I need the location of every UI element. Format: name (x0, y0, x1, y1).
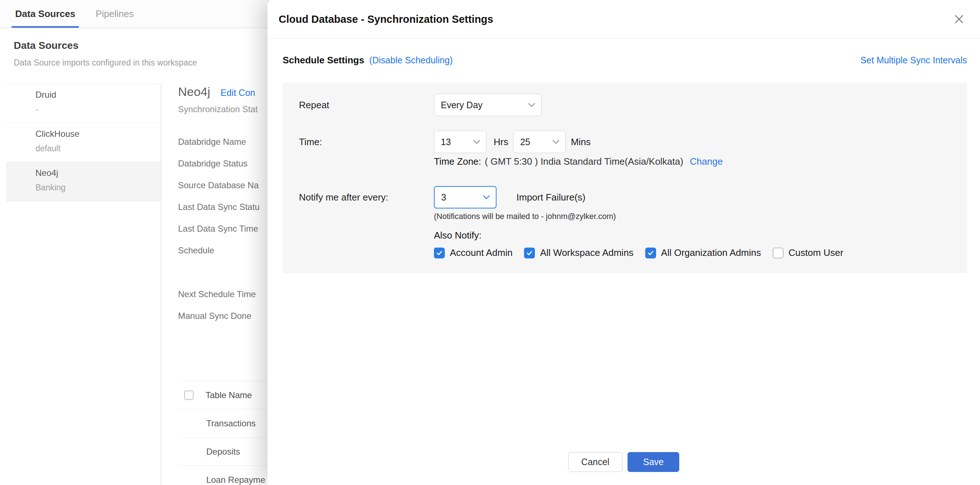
field-label: Source Database Na (178, 175, 259, 196)
checkbox-label: Account Admin (450, 247, 512, 258)
timezone-value: ( GMT 5:30 ) India Standard Time(Asia/Ko… (485, 156, 684, 167)
source-list: Druid - ClickHouse default Neo4j Banking (6, 84, 161, 201)
select-all-checkbox[interactable] (184, 391, 194, 400)
schedule-settings-header: Schedule Settings (Disable Scheduling) S… (283, 55, 967, 66)
notify-row: Notify me after every: 3 Import Failure(… (299, 186, 967, 209)
source-item-clickhouse[interactable]: ClickHouse default (6, 123, 161, 162)
chevron-down-icon (528, 103, 535, 107)
checkbox-label: All Organization Admins (661, 247, 761, 258)
modal-body: Schedule Settings (Disable Scheduling) S… (267, 55, 980, 273)
schedule-form-panel: Repeat Every Day Time: 13 Hrs 25 (283, 83, 967, 273)
modal-actions: Cancel Save (267, 452, 980, 472)
checkbox-icon (524, 248, 535, 258)
field-label: Manual Sync Done (178, 305, 256, 327)
table-name-header: Table Name (205, 390, 252, 400)
detail-field-labels: Databridge Name Databridge Status Source… (178, 131, 259, 261)
close-icon[interactable] (949, 9, 969, 29)
page-title: Data Sources (14, 39, 197, 52)
checkbox-icon (434, 248, 445, 258)
checkbox-icon (645, 248, 656, 258)
timezone-change-link[interactable]: Change (690, 156, 723, 167)
checkbox-label: Custom User (789, 247, 843, 258)
notify-label: Notify me after every: (299, 192, 434, 203)
notification-note: (Notifications will be mailed to - johnm… (434, 211, 967, 221)
checkbox-custom-user[interactable]: Custom User (773, 247, 843, 258)
hours-select[interactable]: 13 (434, 130, 486, 153)
field-label: Databridge Status (178, 153, 259, 175)
checkbox-all-workspace-admins[interactable]: All Workspace Admins (524, 247, 633, 258)
mins-unit-label: Mins (571, 137, 590, 148)
source-name: Druid (35, 88, 161, 101)
screen: Data Sources Pipelines Data Sources Data… (0, 0, 980, 485)
minutes-select[interactable]: 25 (513, 130, 566, 153)
time-label: Time: (299, 137, 434, 148)
import-failures-label: Import Failure(s) (516, 192, 585, 203)
tab-data-sources[interactable]: Data Sources (14, 0, 77, 28)
minutes-value: 25 (520, 137, 548, 147)
repeat-value: Every Day (441, 100, 523, 110)
source-sub: default (35, 142, 161, 155)
chevron-down-icon (483, 195, 490, 199)
edit-connection-link[interactable]: Edit Con (220, 87, 255, 98)
detail-title: Neo4j (178, 85, 210, 99)
tab-pipelines[interactable]: Pipelines (94, 0, 135, 28)
also-notify-label: Also Notify: (434, 229, 967, 242)
time-row: Time: 13 Hrs 25 Mins (299, 130, 967, 153)
source-name: Neo4j (35, 167, 161, 180)
field-label: Next Schedule Time (178, 283, 256, 305)
timezone-label: Time Zone: (434, 156, 481, 167)
field-label: Last Data Sync Statu (178, 196, 259, 218)
modal-title: Cloud Database - Synchronization Setting… (278, 13, 949, 25)
disable-scheduling-link[interactable]: (Disable Scheduling) (369, 55, 453, 65)
notify-count-value: 3 (441, 192, 479, 203)
repeat-label: Repeat (299, 100, 434, 111)
source-sub: Banking (35, 181, 161, 194)
detail-subtitle: Synchronization Stat (178, 102, 258, 116)
page-subtitle: Data Source imports configured in this w… (14, 57, 197, 68)
checkbox-label: All Workspace Admins (540, 247, 633, 258)
checkbox-account-admin[interactable]: Account Admin (434, 247, 512, 258)
source-list-panel: Druid - ClickHouse default Neo4j Banking (0, 84, 161, 485)
cancel-button[interactable]: Cancel (568, 452, 622, 472)
hours-value: 13 (441, 137, 469, 147)
sync-settings-modal: Cloud Database - Synchronization Setting… (267, 0, 980, 485)
field-label: Databridge Name (178, 131, 259, 153)
chevron-down-icon (552, 140, 560, 144)
page-header: Data Sources Data Source imports configu… (14, 39, 197, 68)
source-item-druid[interactable]: Druid - (6, 84, 161, 123)
timezone-row: Time Zone: ( GMT 5:30 ) India Standard T… (434, 155, 967, 168)
checkbox-all-organization-admins[interactable]: All Organization Admins (645, 247, 761, 258)
table-cell: Transactions (206, 418, 256, 429)
table-cell: Loan Repayme (206, 475, 265, 485)
source-name: ClickHouse (35, 127, 161, 140)
source-item-neo4j[interactable]: Neo4j Banking (6, 162, 161, 201)
field-label: Last Data Sync Time (178, 218, 259, 240)
repeat-row: Repeat Every Day (299, 94, 967, 116)
source-sub: - (35, 103, 161, 116)
save-button[interactable]: Save (627, 452, 679, 472)
modal-header: Cloud Database - Synchronization Setting… (267, 0, 980, 39)
hrs-unit-label: Hrs (494, 137, 508, 148)
checkbox-icon (773, 248, 783, 258)
chevron-down-icon (473, 140, 480, 144)
detail-field-labels-2: Next Schedule Time Manual Sync Done (178, 283, 256, 327)
field-label: Schedule (178, 240, 259, 261)
notify-recipients-row: Account Admin All Workspace Admins All O… (434, 247, 967, 258)
set-multiple-sync-intervals-link[interactable]: Set Multiple Sync Intervals (860, 55, 967, 65)
repeat-select[interactable]: Every Day (434, 94, 541, 116)
notify-count-select[interactable]: 3 (434, 186, 496, 208)
table-cell: Deposits (206, 447, 240, 457)
schedule-settings-title: Schedule Settings (283, 55, 364, 66)
